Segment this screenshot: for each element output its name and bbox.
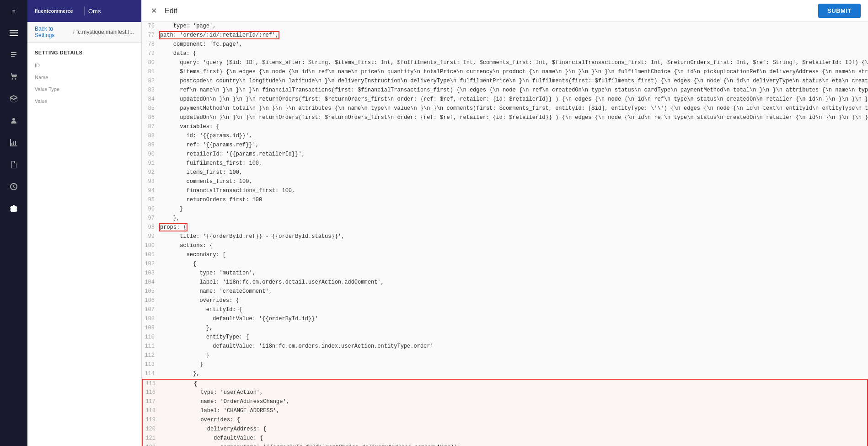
code-line-88: 88 id: '{{params.id}}', <box>142 132 868 141</box>
edit-title: Edit <box>165 7 177 15</box>
code-line-92: 92 items_first: 100, <box>142 168 868 177</box>
code-line-102: 102 { <box>142 260 868 269</box>
code-line-113: 113 } <box>142 360 868 370</box>
sidebar-icon-reports[interactable] <box>5 134 23 152</box>
setting-details-panel: SETTING DETAILS ID Name Value Type Value <box>27 43 141 118</box>
code-editor[interactable]: 76 type: 'page',77path: 'orders/:id/:ret… <box>142 22 868 446</box>
code-line-76: 76 type: 'page', <box>142 22 868 31</box>
code-line-82: 82 postcode\n country\n longitude\n lati… <box>142 77 868 86</box>
sidebar-icon-menu[interactable] <box>5 24 23 42</box>
code-line-99: 99 title: '{{orderById.ref}} - {{orderBy… <box>142 232 868 242</box>
code-line-77: 77path: 'orders/:id/:retailerId/:ref', <box>142 31 868 40</box>
detail-value: Value <box>35 98 134 104</box>
code-line-117: 117 name: 'OrderAddressChange', <box>142 398 868 407</box>
close-button[interactable]: ✕ <box>147 5 160 17</box>
sidebar-icon-automation[interactable] <box>5 177 23 196</box>
code-line-98: 98props: { <box>142 223 868 232</box>
code-line-110: 110 entityType: { <box>142 333 868 342</box>
code-line-106: 106 overrides: { <box>142 296 868 306</box>
app-name: Oms <box>88 8 101 15</box>
svg-rect-2 <box>10 35 18 36</box>
sidebar: ≡ <box>0 0 27 446</box>
sidebar-icon-files[interactable] <box>5 156 23 174</box>
code-line-114: 114 }, <box>142 370 868 379</box>
code-line-95: 95 returnOrders_first: 100 <box>142 196 868 205</box>
code-line-93: 93 comments_first: 100, <box>142 177 868 187</box>
detail-id-label: ID <box>35 63 134 68</box>
svg-rect-1 <box>10 32 18 33</box>
code-line-85: 85 paymentMethod\n total\n }\n }\n }\n a… <box>142 104 868 113</box>
code-line-119: 119 overrides: { <box>142 416 868 425</box>
code-line-86: 86 updatedOn\n }\n }\n }\n returnOrders(… <box>142 113 868 123</box>
detail-value-type-label: Value Type <box>35 86 134 92</box>
breadcrumb-separator: / <box>73 29 75 35</box>
code-line-81: 81 $items_first) {\n edges {\n node {\n … <box>142 68 868 77</box>
code-line-91: 91 fulfilments_first: 100, <box>142 159 868 168</box>
main-content: ✕ Edit SUBMIT 76 type: 'page',77path: 'o… <box>142 0 868 446</box>
code-line-79: 79 data: { <box>142 49 868 59</box>
edit-header-left: ✕ Edit <box>147 5 177 17</box>
sidebar-logo-area: ≡ <box>0 0 27 22</box>
code-line-96: 96 } <box>142 205 868 214</box>
code-line-90: 90 retailerId: '{{params.retailerId}}', <box>142 150 868 159</box>
code-line-118: 118 label: 'CHANGE ADDRESS', <box>142 407 868 416</box>
sidebar-icon-products[interactable] <box>5 90 23 108</box>
back-link[interactable]: Back to Settings <box>35 26 71 38</box>
svg-point-3 <box>12 118 15 121</box>
code-line-97: 97 }, <box>142 214 868 223</box>
code-line-101: 101 secondary: [ <box>142 251 868 260</box>
code-line-115: 115 { <box>142 379 868 388</box>
top-bar: fluentcommerce Oms <box>27 0 141 22</box>
code-line-87: 87 variables: { <box>142 123 868 132</box>
setting-details-title: SETTING DETAILS <box>35 50 134 55</box>
sidebar-icon-orders[interactable] <box>5 46 23 64</box>
detail-id: ID <box>35 63 134 68</box>
detail-name-label: Name <box>35 75 134 80</box>
breadcrumb-current: fc.mystique.manifest.f... <box>76 29 134 35</box>
detail-name: Name <box>35 75 134 80</box>
edit-panel: ✕ Edit SUBMIT 76 type: 'page',77path: 'o… <box>142 0 868 446</box>
svg-rect-0 <box>10 30 18 31</box>
code-line-103: 103 type: 'mutation', <box>142 269 868 278</box>
code-line-111: 111 defaultValue: 'i18n:fc.om.orders.ind… <box>142 342 868 351</box>
left-panel: fluentcommerce Oms Back to Settings / fc… <box>27 0 142 446</box>
code-line-100: 100 actions: { <box>142 242 868 251</box>
top-bar-divider <box>84 6 85 16</box>
code-line-122: 122 companyName: '{{orderById.fulfilment… <box>142 443 868 446</box>
code-line-120: 120 deliveryAddress: { <box>142 425 868 434</box>
code-line-83: 83 ref\n name\n }\n }\n }\n financialTra… <box>142 86 868 95</box>
sidebar-icon-users[interactable] <box>5 112 23 130</box>
logo-text: ≡ <box>12 8 15 14</box>
detail-value-type: Value Type <box>35 86 134 92</box>
submit-button[interactable]: SUBMIT <box>818 4 861 18</box>
code-line-94: 94 financialTransactions_first: 100, <box>142 187 868 196</box>
code-line-78: 78 component: 'fc.page', <box>142 40 868 49</box>
app-logo: fluentcommerce <box>35 7 80 15</box>
code-line-108: 108 defaultValue: '{{orderById.id}}' <box>142 315 868 324</box>
detail-value-label: Value <box>35 98 134 104</box>
code-line-107: 107 entityId: { <box>142 306 868 315</box>
edit-header: ✕ Edit SUBMIT <box>142 0 868 22</box>
code-line-80: 80 query: 'query ($id: ID!, $items_after… <box>142 59 868 68</box>
code-line-84: 84 updatedOn\n }\n }\n }\n returnOrders(… <box>142 95 868 104</box>
code-line-121: 121 defaultValue: { <box>142 434 868 443</box>
code-line-89: 89 ref: '{{params.ref}}', <box>142 141 868 150</box>
code-line-104: 104 label: 'i18n:fc.om.orders.detail.use… <box>142 278 868 287</box>
sidebar-icon-cart[interactable] <box>5 68 23 86</box>
code-line-116: 116 type: 'userAction', <box>142 388 868 398</box>
code-line-112: 112 } <box>142 351 868 360</box>
sidebar-icon-settings[interactable] <box>5 199 23 218</box>
code-line-105: 105 name: 'createComment', <box>142 287 868 296</box>
code-line-109: 109 }, <box>142 324 868 333</box>
breadcrumb: Back to Settings / fc.mystique.manifest.… <box>27 22 141 43</box>
svg-text:fluentcommerce: fluentcommerce <box>35 8 73 14</box>
